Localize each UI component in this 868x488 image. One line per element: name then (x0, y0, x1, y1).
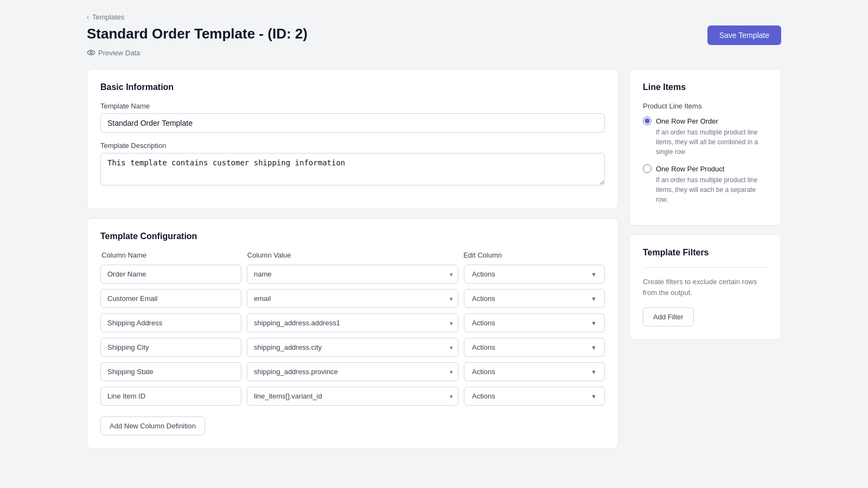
radio-label: One Row Per Product (656, 165, 724, 173)
col-value-wrapper: email (247, 289, 458, 308)
col-value-select[interactable]: shipping_address.province (247, 362, 458, 381)
save-template-button[interactable]: Save Template (707, 25, 781, 45)
table-row: shipping_address.cityActions▼ (100, 338, 605, 357)
radio-options-container: One Row Per OrderIf an order has multipl… (643, 117, 768, 204)
col-value-select[interactable]: name (247, 265, 458, 284)
actions-label: Actions (472, 368, 495, 376)
line-items-title: Line Items (643, 82, 768, 92)
template-config-card: Template Configuration Column Name Colum… (87, 218, 618, 449)
col-name-input[interactable] (100, 265, 241, 284)
chevron-left-icon: ‹ (87, 14, 89, 21)
actions-label: Actions (472, 270, 495, 278)
template-description-group: Template Description This template conta… (100, 142, 605, 187)
template-description-input[interactable]: This template contains customer shipping… (100, 153, 605, 185)
table-row: emailActions▼ (100, 289, 605, 308)
filters-divider (643, 267, 768, 268)
actions-label: Actions (472, 294, 495, 303)
product-line-label: Product Line Items (643, 102, 768, 110)
radio-row: One Row Per Product (643, 164, 768, 173)
col-value-wrapper: name (247, 265, 458, 284)
actions-label: Actions (472, 392, 495, 400)
col-value-select[interactable]: shipping_address.city (247, 338, 458, 357)
eye-icon (87, 48, 95, 57)
radio-label: One Row Per Order (656, 117, 718, 125)
template-name-group: Template Name (100, 102, 605, 133)
template-filters-title: Template Filters (643, 248, 768, 258)
svg-point-1 (90, 52, 92, 54)
col-value-select[interactable]: line_items[].variant_id (247, 387, 458, 406)
radio-desc: If an order has multiple product line it… (643, 127, 768, 157)
actions-label: Actions (472, 343, 495, 351)
content-area: Basic Information Template Name Template… (87, 69, 781, 449)
col-value-wrapper: shipping_address.province (247, 362, 458, 381)
radio-row: One Row Per Order (643, 117, 768, 125)
template-config-title: Template Configuration (100, 232, 605, 241)
table-row: line_items[].variant_idActions▼ (100, 387, 605, 406)
col-name-input[interactable] (100, 387, 241, 406)
line-items-card: Line Items Product Line Items One Row Pe… (629, 69, 781, 226)
chevron-down-icon: ▼ (591, 271, 597, 278)
table-row: shipping_address.provinceActions▼ (100, 362, 605, 381)
actions-button[interactable]: Actions▼ (464, 338, 605, 357)
svg-point-0 (87, 50, 94, 55)
col-name-input[interactable] (100, 362, 241, 381)
template-name-label: Template Name (100, 102, 605, 110)
radio-option: One Row Per OrderIf an order has multipl… (643, 117, 768, 157)
chevron-down-icon: ▼ (591, 296, 597, 302)
actions-button[interactable]: Actions▼ (464, 362, 605, 381)
page-title: Standard Order Template - (ID: 2) (87, 25, 308, 42)
add-column-button[interactable]: Add New Column Definition (100, 416, 205, 435)
col-value-wrapper: shipping_address.address1 (247, 313, 458, 332)
col-name-input[interactable] (100, 289, 241, 308)
actions-button[interactable]: Actions▼ (464, 265, 605, 284)
breadcrumb[interactable]: ‹ Templates (87, 13, 781, 21)
col-name-input[interactable] (100, 313, 241, 332)
edit-col-header: Edit Column (463, 251, 604, 259)
template-name-input[interactable] (100, 113, 605, 133)
col-value-wrapper: shipping_address.city (247, 338, 458, 357)
breadcrumb-label[interactable]: Templates (92, 13, 124, 21)
preview-data-label: Preview Data (98, 49, 140, 57)
chevron-down-icon: ▼ (591, 369, 597, 375)
table-row: nameActions▼ (100, 265, 605, 284)
template-description-label: Template Description (100, 142, 605, 150)
radio-desc: If an order has multiple product line it… (643, 175, 768, 204)
chevron-down-icon: ▼ (591, 320, 597, 326)
col-name-input[interactable] (100, 338, 241, 357)
actions-button[interactable]: Actions▼ (464, 289, 605, 308)
main-panel: Basic Information Template Name Template… (87, 69, 618, 449)
radio-one-row-per-order[interactable] (643, 117, 652, 125)
preview-data-link[interactable]: Preview Data (87, 48, 781, 57)
basic-info-title: Basic Information (100, 82, 605, 92)
basic-info-card: Basic Information Template Name Template… (87, 69, 618, 209)
chevron-down-icon: ▼ (591, 344, 597, 351)
col-value-select[interactable]: email (247, 289, 458, 308)
filter-desc: Create filters to exclude certain rows f… (643, 277, 768, 298)
chevron-down-icon: ▼ (591, 393, 597, 400)
actions-button[interactable]: Actions▼ (464, 387, 605, 406)
col-name-header: Column Name (101, 251, 242, 259)
col-value-header: Column Value (247, 251, 458, 259)
radio-one-row-per-product[interactable] (643, 164, 652, 173)
col-value-select[interactable]: shipping_address.address1 (247, 313, 458, 332)
table-row: shipping_address.address1Actions▼ (100, 313, 605, 332)
radio-option: One Row Per ProductIf an order has multi… (643, 164, 768, 204)
table-header: Column Name Column Value Edit Column (100, 251, 605, 259)
page-header: Standard Order Template - (ID: 2) Save T… (87, 25, 781, 45)
col-value-wrapper: line_items[].variant_id (247, 387, 458, 406)
add-filter-button[interactable]: Add Filter (643, 307, 694, 326)
actions-label: Actions (472, 319, 495, 327)
actions-button[interactable]: Actions▼ (464, 313, 605, 332)
table-rows-container: nameActions▼emailActions▼shipping_addres… (100, 265, 605, 406)
template-filters-card: Template Filters Create filters to exclu… (629, 234, 781, 340)
right-panel: Line Items Product Line Items One Row Pe… (629, 69, 781, 340)
